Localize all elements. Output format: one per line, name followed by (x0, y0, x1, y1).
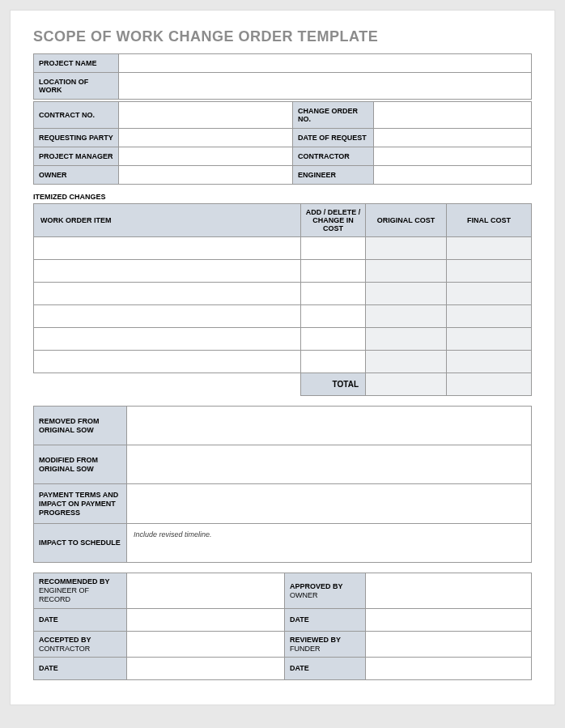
col-add-delete: ADD / DELETE / CHANGE IN COST (301, 204, 366, 237)
itemized-table: WORK ORDER ITEM ADD / DELETE / CHANGE IN… (33, 203, 532, 396)
contractor-label: CONTRACTOR (293, 147, 374, 166)
table-row (34, 328, 532, 351)
original-cell[interactable] (366, 237, 447, 260)
date-field[interactable] (366, 658, 532, 680)
payment-label: PAYMENT TERMS AND IMPACT ON PAYMENT PROG… (34, 484, 127, 524)
modified-label: MODIFIED FROM ORIGINAL SOW (34, 445, 127, 484)
recommended-label: RECOMMENDED BY ENGINEER OF RECORD (34, 573, 127, 608)
table-row (34, 305, 532, 328)
accepted-label: ACCEPTED BY CONTRACTOR (34, 631, 127, 658)
location-field[interactable] (119, 73, 532, 100)
date-field[interactable] (127, 658, 285, 680)
contract-no-field[interactable] (119, 102, 293, 129)
change-cell[interactable] (301, 328, 366, 351)
schedule-field[interactable]: Include revised timeline. (127, 524, 532, 563)
approved-field[interactable] (366, 573, 532, 608)
modified-field[interactable] (127, 445, 532, 484)
change-cell[interactable] (301, 351, 366, 373)
change-cell[interactable] (301, 283, 366, 305)
date-label: DATE (285, 658, 366, 680)
contract-no-label: CONTRACT NO. (34, 102, 119, 129)
item-cell[interactable] (34, 328, 301, 351)
change-order-no-label: CHANGE ORDER NO. (293, 102, 374, 129)
change-cell[interactable] (301, 305, 366, 328)
reviewed-label: REVIEWED BY FUNDER (285, 631, 366, 658)
reviewed-field[interactable] (366, 631, 532, 658)
header-table: PROJECT NAME LOCATION OF WORK (33, 53, 532, 100)
notes-table: REMOVED FROM ORIGINAL SOW MODIFIED FROM … (33, 406, 532, 563)
project-manager-label: PROJECT MANAGER (34, 147, 119, 166)
table-row (34, 260, 532, 283)
item-cell[interactable] (34, 283, 301, 305)
date-of-request-label: DATE OF REQUEST (293, 129, 374, 147)
table-row (34, 351, 532, 373)
removed-field[interactable] (127, 407, 532, 445)
date-label: DATE (285, 608, 366, 631)
final-cell[interactable] (447, 351, 532, 373)
approved-label: APPROVED BY OWNER (285, 573, 366, 608)
total-label: TOTAL (301, 373, 366, 396)
total-original (366, 373, 447, 396)
project-name-field[interactable] (119, 54, 532, 73)
final-cell[interactable] (447, 283, 532, 305)
owner-label: OWNER (34, 166, 119, 185)
schedule-label: IMPACT TO SCHEDULE (34, 524, 127, 563)
col-work-order: WORK ORDER ITEM (34, 204, 301, 237)
accepted-field[interactable] (127, 631, 285, 658)
col-final: FINAL COST (447, 204, 532, 237)
header-table-2: CONTRACT NO. CHANGE ORDER NO. REQUESTING… (33, 101, 532, 185)
total-row: TOTAL (34, 373, 532, 396)
contractor-field[interactable] (374, 147, 532, 166)
project-name-label: PROJECT NAME (34, 54, 119, 73)
original-cell[interactable] (366, 328, 447, 351)
change-order-no-field[interactable] (374, 102, 532, 129)
owner-field[interactable] (119, 166, 293, 185)
signatures-table: RECOMMENDED BY ENGINEER OF RECORD APPROV… (33, 573, 532, 680)
item-cell[interactable] (34, 237, 301, 260)
item-cell[interactable] (34, 351, 301, 373)
project-manager-field[interactable] (119, 147, 293, 166)
recommended-field[interactable] (127, 573, 285, 608)
original-cell[interactable] (366, 305, 447, 328)
date-of-request-field[interactable] (374, 129, 532, 147)
requesting-party-label: REQUESTING PARTY (34, 129, 119, 147)
total-final (447, 373, 532, 396)
engineer-label: ENGINEER (293, 166, 374, 185)
date-label: DATE (34, 608, 127, 631)
original-cell[interactable] (366, 283, 447, 305)
itemized-section-title: ITEMIZED CHANGES (33, 193, 532, 201)
requesting-party-field[interactable] (119, 129, 293, 147)
item-cell[interactable] (34, 305, 301, 328)
engineer-field[interactable] (374, 166, 532, 185)
removed-label: REMOVED FROM ORIGINAL SOW (34, 407, 127, 445)
payment-field[interactable] (127, 484, 532, 524)
final-cell[interactable] (447, 237, 532, 260)
document-page: SCOPE OF WORK CHANGE ORDER TEMPLATE PROJ… (10, 10, 555, 705)
date-label: DATE (34, 658, 127, 680)
table-row (34, 283, 532, 305)
table-row (34, 237, 532, 260)
col-original: ORIGINAL COST (366, 204, 447, 237)
date-field[interactable] (366, 608, 532, 631)
change-cell[interactable] (301, 260, 366, 283)
original-cell[interactable] (366, 351, 447, 373)
change-cell[interactable] (301, 237, 366, 260)
final-cell[interactable] (447, 305, 532, 328)
original-cell[interactable] (366, 260, 447, 283)
page-title: SCOPE OF WORK CHANGE ORDER TEMPLATE (33, 28, 532, 45)
date-field[interactable] (127, 608, 285, 631)
item-cell[interactable] (34, 260, 301, 283)
final-cell[interactable] (447, 328, 532, 351)
location-label: LOCATION OF WORK (34, 73, 119, 100)
final-cell[interactable] (447, 260, 532, 283)
